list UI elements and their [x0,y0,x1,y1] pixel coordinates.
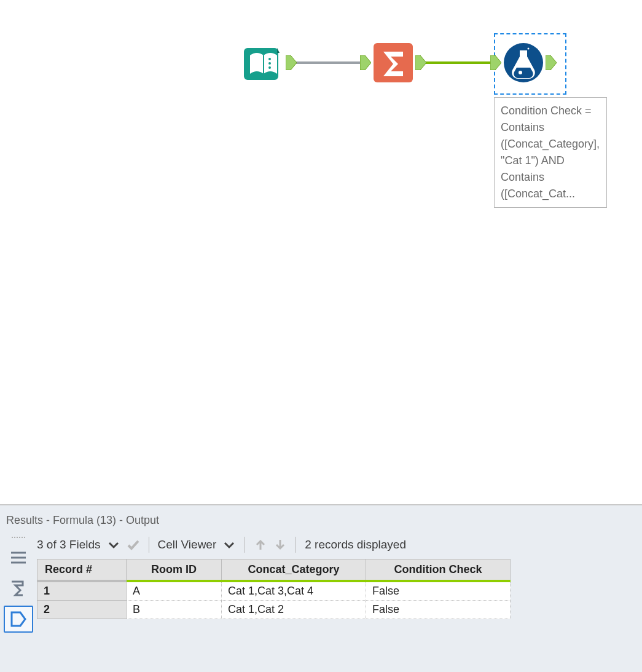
fields-selector[interactable]: 3 of 3 Fields [37,538,101,551]
table-header-row: Record # Room ID Concat_Category Conditi… [37,559,511,582]
svg-point-6 [519,71,522,74]
side-tab-output[interactable] [4,606,33,633]
svg-point-2 [268,62,271,65]
cell-cond: False [366,601,511,619]
chevron-down-icon[interactable] [107,538,120,551]
cell-cond: False [366,581,511,601]
cell-concat: Cat 1,Cat 3,Cat 4 [222,581,366,601]
cell-room: A [127,581,222,601]
results-panel: Results - Formula (13) - Output 3 of 3 F… [0,505,642,672]
results-toolbar: 3 of 3 Fields Cell Viewer [34,533,642,559]
book-icon [244,43,283,82]
arrow-down-icon[interactable] [273,538,287,551]
cell-record: 2 [37,601,127,619]
cell-room: B [127,601,222,619]
col-header-record[interactable]: Record # [37,559,127,582]
tool-annotation[interactable]: Condition Check = Contains ([Concat_Cate… [494,97,607,208]
chevron-down-icon[interactable] [222,538,236,551]
col-header-concat[interactable]: Concat_Category [222,559,366,582]
connector [424,61,496,64]
output-port[interactable] [415,55,426,70]
input-port[interactable] [360,55,371,70]
input-tool-node[interactable] [244,43,283,82]
cell-record: 1 [37,581,127,601]
results-side-tabs [2,533,34,633]
flask-icon [504,43,543,82]
table-row[interactable]: 2 B Cat 1,Cat 2 False [37,601,511,619]
formula-tool-node[interactable] [504,43,543,82]
arrow-up-icon[interactable] [254,538,267,551]
output-port[interactable] [286,55,297,70]
svg-point-1 [268,58,271,60]
annotation-text: Condition Check = Contains ([Concat_Cate… [501,105,600,200]
records-displayed-label: 2 records displayed [305,538,406,551]
table-row[interactable]: 1 A Cat 1,Cat 3,Cat 4 False [37,581,511,601]
workflow-canvas[interactable]: Condition Check = Contains ([Concat_Cate… [0,0,642,504]
cell-viewer-selector[interactable]: Cell Viewer [158,538,217,551]
sigma-icon [374,43,413,82]
output-port[interactable] [546,55,557,70]
summarize-tool-node[interactable] [374,43,413,82]
separator [245,537,245,553]
separator [149,537,149,553]
side-tab-messages[interactable] [4,544,33,571]
side-tab-input[interactable] [4,575,33,602]
col-header-room[interactable]: Room ID [127,559,222,582]
results-title: Results - Formula (13) - Output [0,505,642,533]
svg-point-3 [268,66,271,69]
svg-point-7 [525,50,527,53]
drag-handle[interactable] [6,537,31,540]
connector [294,61,366,64]
input-port[interactable] [490,55,501,70]
svg-point-8 [528,48,530,50]
col-header-cond[interactable]: Condition Check [366,559,511,582]
cell-concat: Cat 1,Cat 2 [222,601,366,619]
check-icon[interactable] [127,538,140,551]
results-table[interactable]: Record # Room ID Concat_Category Conditi… [37,559,511,619]
separator [296,537,296,553]
